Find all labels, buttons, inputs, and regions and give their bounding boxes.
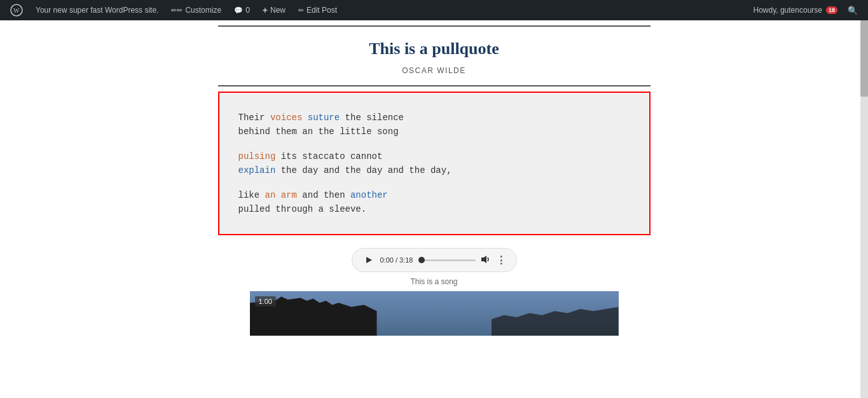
audio-progress-dot bbox=[418, 257, 425, 263]
adminbar-edit-post[interactable]: ✏ Edit Post bbox=[293, 0, 342, 20]
verse-line: Their voices suture the silence bbox=[238, 111, 630, 125]
adminbar-howdy[interactable]: Howdy, gutencourse 18 bbox=[748, 6, 843, 15]
adminbar-comments[interactable]: 💬 0 bbox=[229, 0, 255, 20]
silhouette-right bbox=[492, 294, 619, 336]
adminbar-search[interactable]: 🔍 bbox=[843, 6, 863, 15]
adminbar-site-name[interactable]: Your new super fast WordPress site. bbox=[31, 0, 163, 20]
image-placeholder bbox=[250, 291, 619, 336]
audio-progress-bar[interactable] bbox=[418, 259, 476, 261]
svg-marker-2 bbox=[366, 257, 372, 263]
verse-stanza-1: Their voices suture the silence behind t… bbox=[238, 111, 630, 139]
page-wrapper: This is a pullquote OSCAR WILDE Their vo… bbox=[0, 20, 868, 398]
verse-line: like an arm and then another bbox=[238, 188, 630, 202]
pullquote-author: OSCAR WILDE bbox=[218, 66, 651, 75]
verse-block: Their voices suture the silence behind t… bbox=[219, 93, 649, 234]
content-area: This is a pullquote OSCAR WILDE Their vo… bbox=[5, 20, 864, 336]
comment-icon: 💬 bbox=[234, 6, 243, 15]
pencil-icon: ✏ bbox=[171, 6, 183, 15]
audio-more-button[interactable]: ⋮ bbox=[496, 254, 506, 266]
svg-marker-3 bbox=[481, 256, 486, 263]
pullquote-section: This is a pullquote OSCAR WILDE bbox=[218, 27, 651, 85]
verse-outline: Their voices suture the silence behind t… bbox=[218, 92, 651, 235]
verse-line: pulled through a sleeve. bbox=[238, 202, 630, 216]
admin-bar: W Your new super fast WordPress site. ✏ … bbox=[0, 0, 868, 20]
audio-player: 0:00 / 3:18 ⋮ bbox=[352, 248, 517, 272]
adminbar-customize[interactable]: ✏ Customize bbox=[166, 0, 226, 20]
scrollbar-thumb[interactable] bbox=[860, 20, 868, 97]
image-badge: 1.00 bbox=[255, 296, 276, 306]
adminbar-new[interactable]: + New bbox=[258, 0, 291, 20]
image-container: 1.00 bbox=[250, 291, 619, 336]
notification-badge: 18 bbox=[826, 6, 837, 14]
verse-stanza-2: pulsing its staccato cannot explain the … bbox=[238, 149, 630, 178]
verse-line: pulsing its staccato cannot bbox=[238, 149, 630, 163]
pullquote-title: This is a pullquote bbox=[218, 39, 651, 58]
scrollbar-track[interactable] bbox=[860, 20, 868, 398]
audio-volume-button[interactable] bbox=[481, 254, 491, 266]
song-caption: This is a song bbox=[5, 277, 864, 286]
audio-time: 0:00 / 3:18 bbox=[380, 256, 413, 264]
verse-line: explain the day and the day and the day, bbox=[238, 163, 630, 177]
pullquote-bottom-border bbox=[218, 85, 651, 86]
verse-stanza-3: like an arm and then another pulled thro… bbox=[238, 188, 630, 217]
plus-icon: + bbox=[263, 5, 268, 15]
svg-text:W: W bbox=[13, 7, 20, 14]
search-icon: 🔍 bbox=[848, 6, 858, 15]
audio-play-button[interactable] bbox=[362, 254, 375, 266]
edit-icon: ✏ bbox=[298, 6, 304, 15]
verse-line: behind them an the little song bbox=[238, 125, 630, 139]
adminbar-right: Howdy, gutencourse 18 🔍 bbox=[748, 6, 863, 15]
adminbar-wp-logo[interactable]: W bbox=[5, 0, 28, 20]
verse-container: Their voices suture the silence behind t… bbox=[218, 92, 651, 235]
